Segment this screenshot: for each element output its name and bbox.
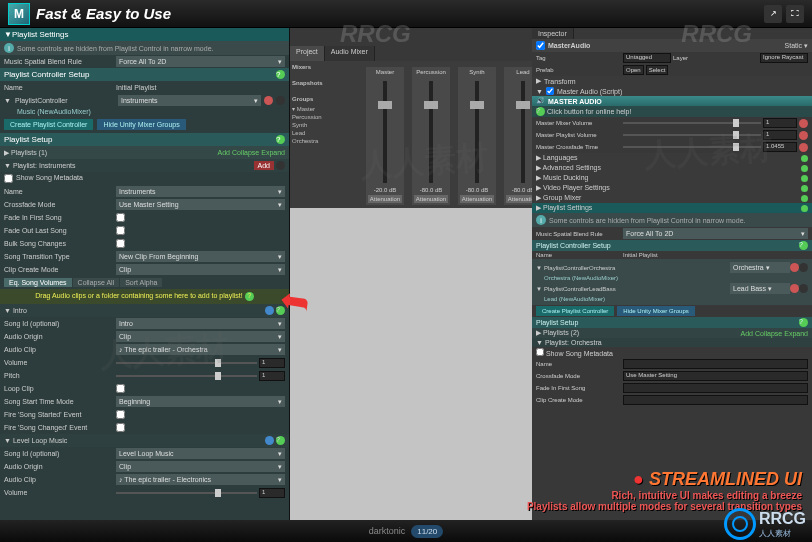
pl-instruments-header[interactable]: ▼ Playlist: Instruments (4, 162, 76, 169)
mixer-group-item[interactable]: ▾ Master (292, 104, 358, 113)
insp-playlists[interactable]: ▶ Playlists (2) (536, 329, 579, 337)
field-dropdown[interactable]: Clip▾ (116, 264, 285, 275)
del-icon[interactable] (799, 284, 808, 293)
mute-icon[interactable] (264, 96, 273, 105)
del-icon[interactable] (276, 96, 285, 105)
field-dropdown[interactable]: Instruments▾ (116, 186, 285, 197)
field-slider[interactable] (116, 362, 257, 364)
insp-pl-orchestra[interactable]: ▼ Playlist: Orchestra (536, 339, 602, 346)
tab-project[interactable]: Project (290, 46, 325, 61)
mute-icon[interactable] (790, 284, 799, 293)
field-check[interactable] (116, 226, 125, 235)
transform-component[interactable]: ▶ Transform (532, 76, 812, 86)
insp-slider[interactable] (623, 134, 761, 136)
mixer-group-item[interactable]: Lead (292, 129, 358, 137)
insp-bot-val[interactable] (623, 359, 808, 369)
insp-value[interactable]: 1 (763, 130, 797, 140)
mixer-channel[interactable]: Percussion-80.0 dBAttenuation (412, 67, 450, 205)
loop-section[interactable]: ▼ Level Loop Music (4, 437, 67, 444)
insp-ps[interactable]: Playlist Setup? (532, 317, 812, 328)
insp-value[interactable]: 1 (763, 118, 797, 128)
insp-blend-dd[interactable]: Force All To 2D▾ (623, 228, 808, 239)
tab-collapse-all[interactable]: Collapse All (73, 278, 120, 287)
layer-dropdown[interactable]: Ignore Raycast (760, 53, 808, 63)
insp-expand[interactable]: Expand (784, 330, 808, 337)
help-icon[interactable]: ? (276, 70, 285, 79)
mixer-group-item[interactable]: Orchestra (292, 137, 358, 145)
field-dropdown[interactable]: ♪ The epic trailer - Electronics▾ (116, 474, 285, 485)
help-icon[interactable]: ? (276, 135, 285, 144)
insp-create-pc[interactable]: Create Playlist Controller (536, 306, 614, 316)
pc-playlist-dropdown[interactable]: Instruments▾ (118, 95, 261, 106)
insp-section[interactable]: ▶ Group Mixer (532, 193, 812, 203)
clone-icon[interactable] (265, 306, 274, 315)
playlist-setup-header[interactable]: Playlist Setup? (0, 133, 289, 146)
help-icon[interactable]: ? (245, 292, 254, 301)
insp-section[interactable]: ▶ Advanced Settings (532, 163, 812, 173)
field-dropdown[interactable]: Beginning▾ (116, 396, 285, 407)
fullscreen-icon[interactable]: ⛶ (786, 5, 804, 23)
insp-collapse[interactable]: Collapse (755, 330, 782, 337)
tab-eq-volumes[interactable]: Eq. Song Volumes (4, 278, 72, 287)
expand-link[interactable]: Expand (261, 149, 285, 156)
pcs-header[interactable]: Playlist Controller Setup? (0, 68, 289, 81)
create-pc-button[interactable]: Create Playlist Controller (4, 119, 93, 130)
collapse-link[interactable]: Collapse (232, 149, 259, 156)
static-dropdown[interactable]: Static ▾ (785, 42, 808, 50)
help-icon[interactable]: ? (536, 107, 545, 116)
playlist-controller-row[interactable]: ▼PlaylistControllerInstruments▾ (0, 94, 289, 107)
prefab-open-button[interactable]: Open (623, 65, 644, 75)
insp-bot-val[interactable] (623, 395, 808, 405)
opt-icon[interactable] (276, 161, 285, 170)
mute-icon[interactable] (799, 143, 808, 152)
field-check[interactable] (116, 239, 125, 248)
field-check[interactable] (116, 384, 125, 393)
pc-row[interactable]: ▼PlaylistControllerOrchestraOrchestra ▾ (534, 261, 810, 274)
music-blend-dropdown[interactable]: Force All To 2D▾ (116, 56, 285, 67)
mute-icon[interactable] (799, 119, 808, 128)
add-link[interactable]: Add (218, 149, 230, 156)
tag-dropdown[interactable]: Untagged (623, 53, 671, 63)
add-song-button[interactable]: Add (254, 161, 274, 170)
insp-bot-val[interactable]: Use Master Setting (623, 371, 808, 381)
insp-value[interactable]: 1.0455 (763, 142, 797, 152)
insp-section[interactable]: ▶ Video Player Settings (532, 183, 812, 193)
tab-sort-alpha[interactable]: Sort Alpha (120, 278, 162, 287)
field-dropdown[interactable]: Level Loop Music▾ (116, 448, 285, 459)
clone-icon[interactable] (265, 436, 274, 445)
insp-add[interactable]: Add (741, 330, 753, 337)
del-icon[interactable] (799, 263, 808, 272)
field-dropdown[interactable]: Use Master Setting▾ (116, 199, 285, 210)
field-dropdown[interactable]: Intro▾ (116, 318, 285, 329)
mixer-channel[interactable]: Master-20.0 dBAttenuation (366, 67, 404, 205)
help-icon[interactable]: ? (799, 241, 808, 250)
intro-section[interactable]: ▼ Intro (4, 307, 27, 314)
field-check[interactable] (116, 213, 125, 222)
insp-slider[interactable] (623, 122, 761, 124)
mute-icon[interactable] (799, 131, 808, 140)
mixer-group-item[interactable]: Percussion (292, 113, 358, 121)
insp-section[interactable]: ▶ Music Ducking (532, 173, 812, 183)
tab-audio-mixer[interactable]: Audio Mixer (325, 46, 375, 61)
show-metadata-check[interactable]: Show Song Metadata (4, 174, 83, 183)
field-value[interactable]: 1 (259, 358, 285, 368)
field-slider[interactable] (116, 492, 257, 494)
mixer-channel[interactable]: Synth-80.0 dBAttenuation (458, 67, 496, 205)
help-icon[interactable]: ? (799, 318, 808, 327)
insp-hide-mixer[interactable]: Hide Unity Mixer Groups (617, 306, 694, 316)
field-check[interactable] (116, 410, 125, 419)
field-value[interactable]: 1 (259, 371, 285, 381)
share-icon[interactable]: ↗ (764, 5, 782, 23)
insp-pcs[interactable]: Playlist Controller Setup? (532, 240, 812, 251)
insp-section[interactable]: ▶ Languages (532, 153, 812, 163)
insp-show-meta[interactable]: Show Song Metadata (536, 348, 613, 357)
insp-bot-val[interactable] (623, 383, 808, 393)
pc-playlist-dd[interactable]: Orchestra ▾ (730, 262, 790, 273)
prefab-select-button[interactable]: Select (646, 65, 669, 75)
tab-inspector[interactable]: Inspector (532, 28, 574, 39)
insp-slider[interactable] (623, 146, 761, 148)
playlist-settings-header[interactable]: ▼ Playlist Settings (0, 28, 289, 41)
field-dropdown[interactable]: Clip▾ (116, 461, 285, 472)
obj-name[interactable]: MasterAudio (548, 42, 590, 49)
help-icon[interactable]: ? (276, 436, 285, 445)
